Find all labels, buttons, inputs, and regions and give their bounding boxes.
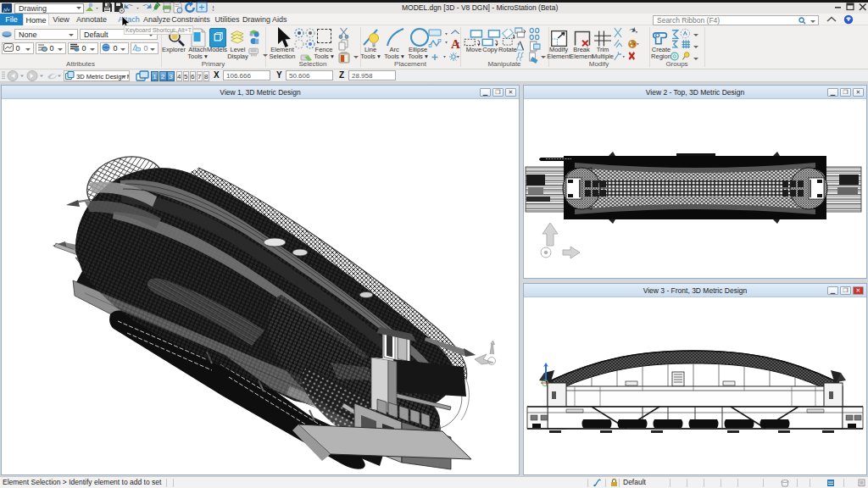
svg-text:A: A <box>451 37 460 51</box>
